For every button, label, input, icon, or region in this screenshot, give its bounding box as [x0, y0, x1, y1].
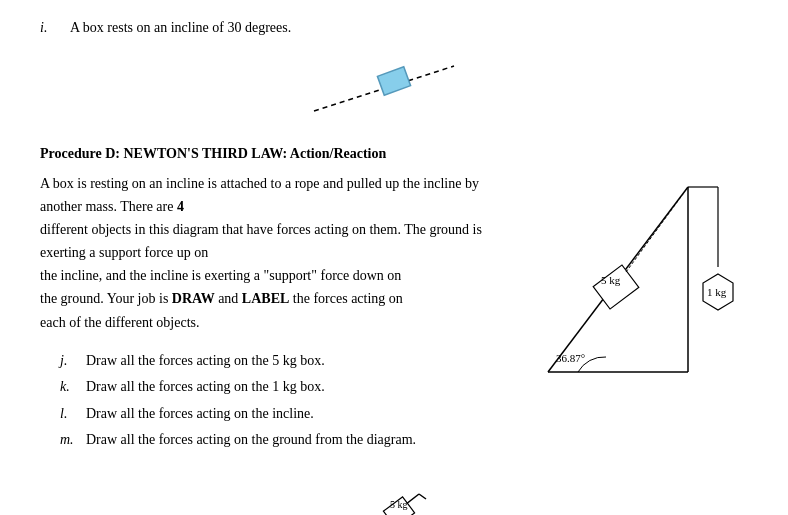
right-diagram-svg: 5 kg 1 kg 36.87° [528, 172, 748, 402]
q-j-label: j. [60, 348, 80, 375]
q-m-text: Draw all the forces acting on the ground… [86, 427, 416, 454]
bottom-diagram-container: 5 kg i. [344, 474, 444, 515]
1kg-label: 1 kg [707, 286, 727, 298]
top-incline-svg [284, 46, 504, 126]
desc-line-1: A box is resting on an incline is attach… [40, 176, 479, 214]
problem-i-container: i. A box rests on an incline of 30 degre… [40, 20, 748, 36]
text-and-questions: A box is resting on an incline is attach… [40, 172, 508, 454]
problem-i-label: i. [40, 20, 70, 36]
q-l-label: l. [60, 401, 80, 428]
question-k: k. Draw all the forces acting on the 1 k… [60, 374, 508, 401]
question-l: l. Draw all the forces acting on the inc… [60, 401, 508, 428]
rope-on-incline [626, 194, 683, 272]
q-j-text: Draw all the forces acting on the 5 kg b… [86, 348, 325, 375]
description-block: A box is resting on an incline is attach… [40, 172, 508, 334]
5kg-label: 5 kg [601, 274, 621, 286]
angle-label: 36.87° [556, 352, 585, 364]
bottom-section: 5 kg i. [40, 474, 748, 515]
q-l-text: Draw all the forces acting on the inclin… [86, 401, 314, 428]
main-content: A box is resting on an incline is attach… [40, 172, 748, 454]
right-diagram-container: 5 kg 1 kg 36.87° [528, 172, 748, 406]
procedure-d-title: Procedure D: NEWTON'S THIRD LAW: Action/… [40, 146, 748, 162]
svg-rect-0 [377, 67, 410, 95]
q-k-label: k. [60, 374, 80, 401]
desc-line-3: the incline, and the incline is exerting… [40, 268, 401, 283]
questions-list: j. Draw all the forces acting on the 5 k… [60, 348, 508, 454]
q-m-label: m. [60, 427, 80, 454]
q-k-text: Draw all the forces acting on the 1 kg b… [86, 374, 325, 401]
question-m: m. Draw all the forces acting on the gro… [60, 427, 508, 454]
desc-line-4: the ground. Your job is DRAW and LABEL t… [40, 291, 403, 306]
desc-line-5: each of the different objects. [40, 315, 200, 330]
top-incline-diagram [40, 46, 748, 126]
question-j: j. Draw all the forces acting on the 5 k… [60, 348, 508, 375]
top-box [377, 67, 410, 95]
problem-i-text: A box rests on an incline of 30 degrees. [70, 20, 291, 36]
bottom-5kg-label: 5 kg [390, 499, 408, 510]
bottom-5kg-svg: 5 kg [344, 474, 444, 515]
bottom-incline-tick [419, 494, 426, 499]
desc-line-2: different objects in this diagram that h… [40, 222, 482, 260]
